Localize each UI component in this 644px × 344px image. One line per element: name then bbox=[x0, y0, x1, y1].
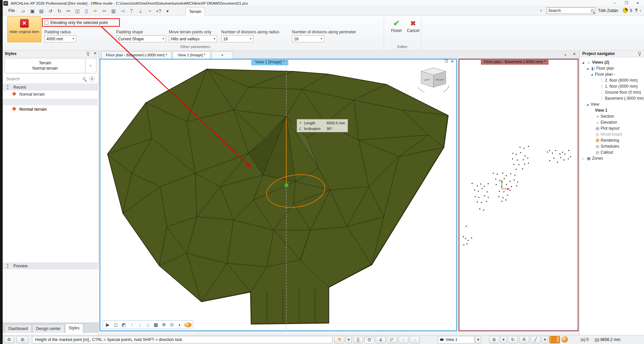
tree-item-view[interactable]: ◢View bbox=[580, 101, 644, 107]
main-viewport[interactable]: LEFT FRONT View 1 [Image] * ❒ ✕ ▶◻◩↑↓⌂▦✲… bbox=[99, 59, 457, 331]
render-film-icon[interactable] bbox=[549, 336, 560, 343]
tree-item-floor-plan[interactable]: ◢◧Floor plan bbox=[580, 65, 644, 71]
tab-design-center[interactable]: Design center bbox=[32, 324, 64, 333]
wall-tjoin-icon[interactable]: ⊤ bbox=[127, 7, 135, 15]
tree-item-floor-plan-[interactable]: ◢Floor plan - bbox=[580, 71, 644, 77]
doc-tab-view-1[interactable]: View 1 [Image] * bbox=[173, 51, 210, 59]
tree-item-basement-3000-mm-[interactable]: ┆Basement (-3000 mm) bbox=[580, 95, 644, 101]
wall-ljoin-icon[interactable]: ⊥ bbox=[136, 7, 144, 15]
chevron-down-icon[interactable]: ▼ bbox=[248, 37, 253, 40]
padding-radius-select[interactable]: 4000 mm▼ bbox=[44, 35, 76, 42]
tree-item-ground-floor-0-mm-[interactable]: ┆Ground floor (0 mm) bbox=[580, 89, 644, 95]
doc-tab-new[interactable]: + bbox=[212, 51, 233, 59]
help-button[interactable]: ? bbox=[635, 7, 638, 13]
redo-icon[interactable]: ↻ bbox=[55, 7, 63, 15]
print-icon[interactable]: ▤ bbox=[37, 7, 45, 15]
table-grid-icon[interactable]: ⊞ bbox=[16, 336, 28, 343]
cut-icon[interactable]: ✂ bbox=[64, 7, 72, 15]
search-box[interactable]: Search bbox=[547, 7, 595, 14]
padding-shape-select[interactable]: Curved Shape▼ bbox=[116, 35, 166, 42]
tree-item-2-floor-6000-mm-[interactable]: ┆2. floor (6000 mm) bbox=[580, 77, 644, 83]
checkerboard-icon[interactable]: ▦ bbox=[152, 321, 159, 328]
contrast-icon[interactable]: ◐ bbox=[176, 321, 184, 328]
hammer-3d-icon[interactable]: ⚒ bbox=[334, 336, 344, 343]
tab-close-icon[interactable]: ✕ bbox=[573, 52, 576, 56]
divisions-perimeter-select[interactable]: 16▼ bbox=[292, 35, 324, 42]
terrain-3d-canvas[interactable]: LEFT FRONT bbox=[100, 60, 456, 330]
navigation-cube[interactable]: LEFT FRONT bbox=[418, 68, 449, 92]
gear-icon[interactable]: ⚙ bbox=[89, 76, 95, 82]
search-icon[interactable] bbox=[83, 77, 85, 80]
tree-item-plot-layout[interactable]: ▤Plot layout bbox=[580, 125, 644, 131]
segment-dropdown-icon[interactable]: ▾ bbox=[542, 336, 548, 343]
collapse-icon[interactable]: ∧∧ bbox=[7, 85, 8, 90]
tree-item-views-2-[interactable]: ◢⌂Views (2) bbox=[580, 59, 644, 65]
tree-item-view-1[interactable]: View 1 bbox=[580, 107, 644, 113]
tree-item-rendering[interactable]: Rendering bbox=[580, 137, 644, 143]
focus-star-icon[interactable]: ✲ bbox=[160, 321, 168, 328]
toolbar-overflow-icon[interactable]: ▾ bbox=[164, 7, 172, 15]
move-down-icon[interactable]: ↓ bbox=[410, 336, 420, 343]
tab-dashboard[interactable]: Dashboard bbox=[5, 324, 32, 333]
plus-question-icon[interactable]: +? bbox=[154, 7, 163, 15]
tree-item-elevation[interactable]: ⌂Elevation bbox=[580, 119, 644, 125]
move-terrain-points-select[interactable]: Hills and valleys▼ bbox=[169, 35, 217, 42]
maximize-button[interactable]: ❒ bbox=[621, 0, 632, 6]
ribbon-collapse-icon[interactable]: ∧ bbox=[540, 9, 542, 12]
user-name[interactable]: Tóth Zoltán bbox=[598, 8, 618, 13]
tab-terrain[interactable]: Terrain bbox=[186, 8, 205, 16]
tree-expander-icon[interactable]: ◢ bbox=[587, 102, 591, 108]
style-item-recent[interactable]: Normal terrain bbox=[3, 91, 99, 98]
tree-expander-icon[interactable]: ◢ bbox=[587, 66, 591, 72]
walk-mode-icon[interactable]: ⊙ bbox=[168, 321, 176, 328]
tree-item-mood-board[interactable]: ▥Mood board bbox=[580, 131, 644, 137]
view-selector-dropdown[interactable]: ▾ bbox=[475, 336, 481, 343]
chevron-down-icon[interactable]: ▼ bbox=[161, 37, 166, 40]
view-selector[interactable]: View 1 bbox=[438, 336, 474, 343]
divisions-radius-select[interactable]: 16▼ bbox=[221, 35, 254, 42]
grid-snap-icon[interactable]: ⣿ bbox=[353, 336, 363, 343]
minimize-button[interactable]: ─ bbox=[609, 0, 621, 6]
play-icon[interactable]: ▶ bbox=[104, 321, 111, 328]
relative-coord-icon[interactable]: R bbox=[519, 336, 529, 343]
hammer-dropdown-icon[interactable]: ▾ bbox=[346, 336, 352, 343]
paste-icon[interactable]: ▯ bbox=[82, 7, 90, 15]
tab-styles[interactable]: Styles bbox=[65, 324, 83, 333]
tree-item-schedules[interactable]: ▤Schedules bbox=[580, 143, 644, 149]
selected-point-handle[interactable] bbox=[285, 183, 288, 187]
recent-section-header[interactable]: ∧∧ Recent bbox=[3, 84, 99, 90]
chevron-down-icon[interactable]: ▼ bbox=[319, 37, 324, 40]
pencil-icon[interactable]: ✏ bbox=[100, 7, 108, 15]
tree-item-1-floor-3000-mm-[interactable]: ┆1. floor (3000 mm) bbox=[580, 83, 644, 89]
style-selector-dropdown[interactable]: ∨ bbox=[85, 58, 96, 73]
save-icon[interactable]: ▣ bbox=[28, 7, 36, 15]
chevron-down-icon[interactable]: ▼ bbox=[212, 37, 217, 40]
segment-icon[interactable]: ╱ bbox=[531, 336, 541, 343]
pin-icon[interactable] bbox=[638, 52, 641, 54]
collapse-icon[interactable]: ∧∧ bbox=[7, 263, 8, 269]
coin-icon[interactable] bbox=[623, 8, 628, 13]
cancel-button[interactable]: ✖ Cancel bbox=[405, 18, 421, 33]
pin-icon[interactable] bbox=[87, 52, 89, 54]
select-page-icon[interactable]: ◸ bbox=[387, 336, 397, 343]
wireframe-cube-icon[interactable]: ◻ bbox=[112, 321, 119, 328]
settings-gear-icon[interactable]: ⚙ bbox=[4, 336, 14, 343]
move-up-icon[interactable]: ↑ bbox=[398, 336, 408, 343]
finish-button[interactable]: ✔ Finish bbox=[388, 18, 404, 33]
elevating-checkbox-row[interactable]: Elevating only the selected point bbox=[44, 20, 108, 25]
render-sphere-icon[interactable] bbox=[561, 336, 568, 343]
rotate-icon[interactable]: ↻ bbox=[508, 336, 518, 343]
eyedropper-icon[interactable]: ✒ bbox=[91, 7, 99, 15]
hide-original-item-button[interactable]: ✕ Hide original item bbox=[7, 16, 41, 42]
file-menu-button[interactable]: File bbox=[5, 7, 18, 14]
viewport-window-buttons[interactable]: ❒ ✕ bbox=[444, 59, 455, 64]
wall-corner-icon[interactable]: ¬ bbox=[145, 7, 153, 15]
render-house-icon[interactable]: ⌂ bbox=[144, 321, 151, 328]
tree-expander-icon[interactable]: ◢ bbox=[582, 60, 586, 66]
viewport-title[interactable]: View 1 [Image] * bbox=[251, 59, 288, 65]
undo-icon[interactable]: ↺ bbox=[46, 7, 54, 15]
style-selector[interactable]: Terrain Normal terrain bbox=[5, 58, 85, 73]
floor-plan-viewport[interactable]: Floor plan - Basement (-3000 mm) * bbox=[458, 59, 579, 331]
layers-dropdown-icon[interactable]: ▾ bbox=[501, 336, 507, 343]
elevating-checkbox[interactable] bbox=[44, 21, 48, 25]
